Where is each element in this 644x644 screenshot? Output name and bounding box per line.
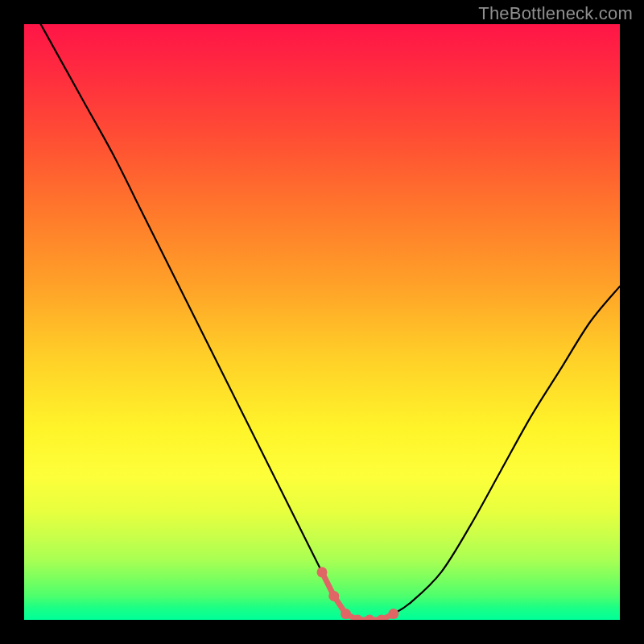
marker-dot <box>388 609 398 619</box>
plot-area <box>24 24 620 620</box>
marker-dot <box>353 615 363 621</box>
bottleneck-curve <box>24 24 620 620</box>
marker-dot <box>365 615 375 621</box>
marker-dot <box>377 615 387 621</box>
watermark-text: TheBottleneck.com <box>478 3 633 24</box>
chart-svg <box>24 24 620 620</box>
frame: TheBottleneck.com <box>0 0 644 644</box>
marker-dot <box>317 567 328 577</box>
marker-dot <box>328 591 339 601</box>
marker-dot <box>341 609 351 619</box>
marker-segment <box>322 572 394 620</box>
curve-min-markers <box>317 567 399 620</box>
